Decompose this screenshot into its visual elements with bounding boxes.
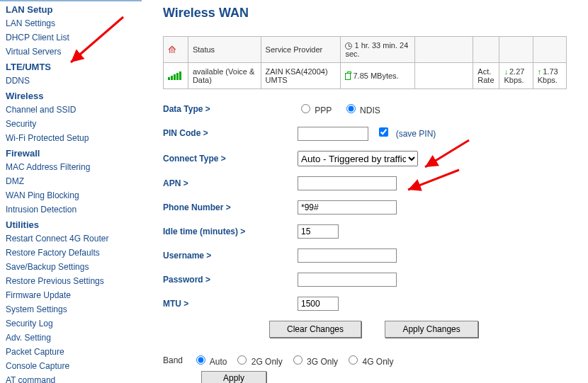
antenna-icon: ⟰: [168, 44, 176, 55]
radio-band-3g[interactable]: 3G Only: [290, 353, 338, 367]
sidebar-item-adv-setting[interactable]: Adv. Setting: [0, 331, 142, 345]
clear-changes-button[interactable]: Clear Changes: [269, 321, 361, 338]
sidebar-item-dhcp-client-list[interactable]: DHCP Client List: [0, 30, 142, 45]
sidebar-item-wifi-protected-setup[interactable]: Wi-Fi Protected Setup: [0, 131, 142, 145]
status-cell-data: 7.85 MBytes.: [341, 63, 415, 89]
clock-icon: [345, 42, 352, 50]
page-title: Wireless WAN: [163, 6, 581, 21]
status-header-provider: Service Provider: [261, 37, 341, 63]
radio-ppp[interactable]: PPP: [298, 105, 332, 115]
signal-strength-icon: [168, 70, 181, 80]
connect-type-select[interactable]: Auto - Triggered by traffic: [298, 151, 418, 166]
sidebar-item-virtual-servers[interactable]: Virtual Servers: [0, 45, 142, 59]
status-header-status: Status: [188, 37, 261, 63]
password-input[interactable]: [298, 273, 397, 287]
sidebar-header-lte-umts[interactable]: LTE/UMTS: [0, 59, 142, 74]
save-pin-checkbox[interactable]: [379, 127, 388, 137]
pin-input[interactable]: [298, 127, 368, 141]
sidebar-header-lan-setup[interactable]: LAN Setup: [0, 1, 142, 16]
label-mtu: MTU >: [163, 299, 298, 309]
sidebar-item-restore-previous-settings[interactable]: Restore Previous Settings: [0, 274, 142, 288]
status-cell-down: ↓2.27 Kbps.: [499, 63, 533, 89]
sidebar-item-lan-settings[interactable]: LAN Settings: [0, 16, 142, 30]
upload-icon: ↑: [538, 67, 542, 76]
save-pin-label: (save PIN): [396, 129, 436, 139]
sidebar-item-intrusion-detection[interactable]: Intrusion Detection: [0, 202, 142, 217]
status-cell-provider: ZAIN KSA(42004) UMTS: [261, 63, 341, 89]
sidebar-item-packet-capture[interactable]: Packet Capture: [0, 345, 142, 359]
label-username: Username >: [163, 251, 298, 261]
username-input[interactable]: [298, 248, 397, 263]
sidebar-item-ddns[interactable]: DDNS: [0, 74, 142, 88]
status-cell-rate-label: Act. Rate: [473, 63, 499, 89]
main-panel: Wireless WAN ⟰ Status Service Provider 1…: [142, 0, 588, 383]
status-cell-up: ↑1.73 Kbps.: [533, 63, 566, 89]
sidebar-item-dmz[interactable]: DMZ: [0, 174, 142, 188]
sidebar-header-utilities[interactable]: Utilities: [0, 217, 142, 231]
download-icon: ↓: [504, 67, 508, 76]
radio-band-4g[interactable]: 4G Only: [345, 353, 393, 367]
status-table: ⟰ Status Service Provider 1 hr. 33 min. …: [163, 36, 567, 89]
sidebar-item-channel-ssid[interactable]: Channel and SSID: [0, 103, 142, 117]
sidebar-item-console-capture[interactable]: Console Capture: [0, 359, 142, 373]
sidebar-item-system-settings[interactable]: System Settings: [0, 302, 142, 316]
sidebar-header-wireless[interactable]: Wireless: [0, 88, 142, 103]
radio-band-auto[interactable]: Auto: [193, 353, 227, 367]
sidebar-item-save-backup-settings[interactable]: Save/Backup Settings: [0, 260, 142, 274]
sidebar-item-security[interactable]: Security: [0, 117, 142, 131]
radio-band-2g[interactable]: 2G Only: [234, 353, 282, 367]
label-apn: APN >: [163, 178, 298, 188]
sidebar: LAN Setup LAN Settings DHCP Client List …: [0, 0, 142, 383]
label-connect-type: Connect Type >: [163, 154, 298, 164]
apply-changes-button[interactable]: Apply Changes: [385, 321, 477, 338]
status-cell-status: available (Voice & Data): [188, 63, 261, 89]
status-header-uptime: 1 hr. 33 min. 24 sec.: [341, 37, 415, 63]
apn-input[interactable]: [298, 176, 397, 190]
band-apply-button[interactable]: Apply: [201, 371, 266, 383]
phone-input[interactable]: [298, 200, 397, 215]
sidebar-item-wan-ping-blocking[interactable]: WAN Ping Blocking: [0, 188, 142, 202]
label-phone: Phone Number >: [163, 202, 298, 212]
sidebar-item-mac-address-filtering[interactable]: MAC Address Filtering: [0, 160, 142, 174]
label-band: Band: [163, 355, 183, 365]
battery-icon: [345, 73, 351, 80]
sidebar-item-restart-router[interactable]: Restart Connect 4G Router: [0, 231, 142, 246]
sidebar-item-at-command[interactable]: AT command: [0, 373, 142, 383]
label-pin-code: PIN Code >: [163, 128, 298, 138]
label-idle: Idle time (minutes) >: [163, 227, 298, 236]
sidebar-header-firewall[interactable]: Firewall: [0, 145, 142, 160]
label-password: Password >: [163, 275, 298, 285]
mtu-input[interactable]: [298, 297, 339, 311]
radio-ndis[interactable]: NDIS: [343, 105, 380, 115]
idle-input[interactable]: [298, 224, 339, 239]
sidebar-item-security-log[interactable]: Security Log: [0, 316, 142, 331]
label-data-type: Data Type >: [163, 104, 298, 114]
sidebar-item-restore-factory-defaults[interactable]: Restore Factory Defaults: [0, 246, 142, 260]
sidebar-item-firmware-update[interactable]: Firmware Update: [0, 288, 142, 302]
